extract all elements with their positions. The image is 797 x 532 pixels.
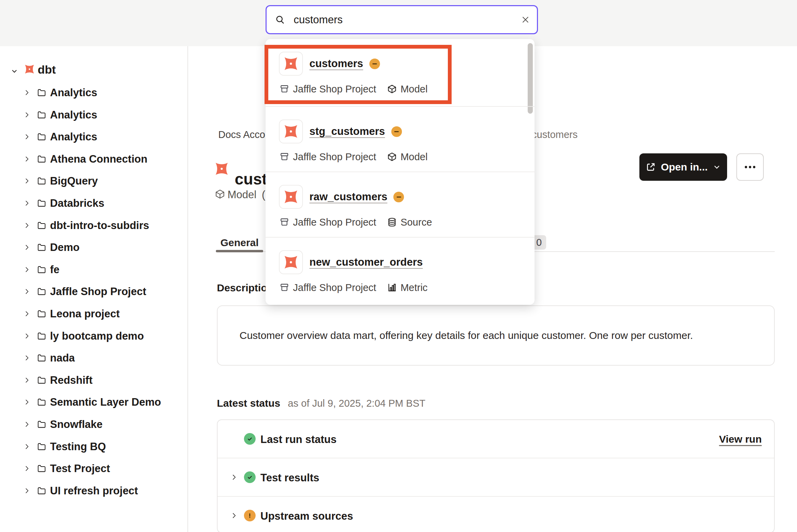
sidebar-item-athena-connection[interactable]: Athena Connection xyxy=(0,151,187,167)
chevron-right-icon[interactable] xyxy=(23,421,30,428)
chevron-right-icon[interactable] xyxy=(23,288,30,295)
folder-icon xyxy=(37,110,46,119)
global-search[interactable] xyxy=(266,5,538,34)
chevron-right-icon[interactable] xyxy=(23,200,30,207)
latest-status-timestamp: as of Jul 9, 2025, 2:04 PM BST xyxy=(288,398,425,409)
view-run-link[interactable]: View run xyxy=(719,433,762,445)
result-title-link[interactable]: new_customer_orders xyxy=(309,256,423,268)
chevron-right-icon[interactable] xyxy=(23,443,30,450)
search-result-customers[interactable]: customers−Jaffle Shop ProjectModel xyxy=(266,39,535,106)
model-cube-icon xyxy=(215,189,225,199)
folder-icon xyxy=(37,375,46,384)
folder-icon xyxy=(37,353,46,362)
open-in-button[interactable]: Open in... xyxy=(639,153,727,181)
sidebar-item-demo[interactable]: Demo xyxy=(0,239,187,255)
chevron-right-icon[interactable] xyxy=(23,310,30,317)
result-project: Jaffle Shop Project xyxy=(293,282,376,293)
stale-badge-icon: − xyxy=(393,192,404,202)
result-meta: Jaffle Shop ProjectMetric xyxy=(280,281,428,294)
result-title-link[interactable]: raw_customers xyxy=(309,191,387,203)
sidebar-item-analytics[interactable]: Analytics xyxy=(0,129,187,144)
external-link-icon xyxy=(645,162,656,173)
search-result-new_customer_orders[interactable]: new_customer_ordersJaffle Shop ProjectMe… xyxy=(266,237,535,305)
dbt-logo-icon xyxy=(24,64,35,75)
chevron-down-icon[interactable] xyxy=(10,67,19,75)
more-actions-button[interactable] xyxy=(736,153,764,181)
search-result-raw_customers[interactable]: raw_customers−Jaffle Shop ProjectSource xyxy=(266,172,535,237)
result-type: Source xyxy=(401,217,432,228)
sidebar-item-analytics[interactable]: Analytics xyxy=(0,85,187,100)
sidebar-item-ui-refresh-project[interactable]: UI refresh project xyxy=(0,483,187,498)
folder-icon xyxy=(37,265,46,274)
chevron-right-icon[interactable] xyxy=(23,222,30,229)
sidebar-item-semantic-layer-demo[interactable]: Semantic Layer Demo xyxy=(0,394,187,410)
status-card: Last run statusView runTest resultsUpstr… xyxy=(217,419,775,532)
chevron-right-icon[interactable] xyxy=(23,266,30,273)
stale-badge-icon: − xyxy=(369,59,380,69)
result-project: Jaffle Shop Project xyxy=(293,151,376,163)
success-check-icon xyxy=(244,471,256,483)
sidebar-item-label: Demo xyxy=(50,241,79,254)
breadcrumb[interactable]: Docs Acco xyxy=(218,129,265,140)
chevron-right-icon[interactable] xyxy=(23,111,30,118)
chevron-right-icon[interactable] xyxy=(230,512,238,519)
sidebar-item-analytics[interactable]: Analytics xyxy=(0,107,187,123)
open-in-label: Open in... xyxy=(661,161,708,173)
chevron-right-icon[interactable] xyxy=(23,155,30,163)
folder-icon xyxy=(37,154,46,163)
result-type: Model xyxy=(401,151,428,163)
sidebar-item-label: fe xyxy=(50,264,60,276)
status-row-label: Test results xyxy=(260,472,319,484)
sidebar-item-dbt-intro-to-subdirs[interactable]: dbt-intro-to-subdirs xyxy=(0,217,187,233)
folder-icon xyxy=(37,486,46,495)
sidebar-item-fe[interactable]: fe xyxy=(0,262,187,277)
sidebar-item-leona-project[interactable]: Leona project xyxy=(0,306,187,321)
status-row-last-run-status: Last run statusView run xyxy=(218,420,774,458)
sidebar-item-snowflake[interactable]: Snowflake xyxy=(0,416,187,432)
latest-status-heading: Latest status as of Jul 9, 2025, 2:04 PM… xyxy=(217,397,425,409)
result-title-link[interactable]: customers xyxy=(309,58,363,70)
sidebar-root-dbt[interactable]: dbt xyxy=(0,61,187,80)
sidebar-item-ly-bootcamp-demo[interactable]: ly bootcamp demo xyxy=(0,328,187,344)
project-icon xyxy=(280,84,289,94)
chevron-right-icon[interactable] xyxy=(23,332,30,340)
status-row-label: Last run status xyxy=(260,433,336,446)
sidebar-item-label: Testing BQ xyxy=(50,441,106,453)
status-row-test-results[interactable]: Test results xyxy=(218,458,774,496)
sidebar-item-label: Leona project xyxy=(50,308,120,320)
sidebar-item-test-project[interactable]: Test Project xyxy=(0,460,187,476)
search-input[interactable] xyxy=(293,13,521,26)
latest-status-title: Latest status xyxy=(217,397,280,409)
sidebar-item-testing-bq[interactable]: Testing BQ xyxy=(0,439,187,454)
result-type: Metric xyxy=(401,282,428,293)
chevron-right-icon[interactable] xyxy=(23,177,30,185)
chevron-right-icon[interactable] xyxy=(23,244,30,251)
result-title-link[interactable]: stg_customers xyxy=(309,125,385,138)
source-icon xyxy=(387,217,397,227)
chevron-right-icon[interactable] xyxy=(23,398,30,406)
chevron-right-icon[interactable] xyxy=(23,487,30,494)
sidebar-item-redshift[interactable]: Redshift xyxy=(0,372,187,388)
ellipsis-icon xyxy=(743,165,757,169)
tab-general[interactable]: General xyxy=(216,235,263,250)
sidebar-item-nada[interactable]: nada xyxy=(0,350,187,366)
sidebar-item-label: Analytics xyxy=(50,131,97,143)
folder-icon xyxy=(37,88,46,97)
sidebar-item-bigquery[interactable]: BigQuery xyxy=(0,173,187,189)
chevron-right-icon[interactable] xyxy=(23,133,30,140)
folder-icon xyxy=(37,397,46,406)
search-result-stg_customers[interactable]: stg_customers−Jaffle Shop ProjectModel xyxy=(266,106,535,172)
chevron-right-icon[interactable] xyxy=(23,465,30,472)
clear-search-icon[interactable] xyxy=(521,15,530,24)
chevron-right-icon[interactable] xyxy=(23,354,30,362)
project-icon xyxy=(280,283,289,292)
dbt-resource-icon xyxy=(214,161,229,176)
result-meta: Jaffle Shop ProjectSource xyxy=(280,215,432,229)
status-row-label: Upstream sources xyxy=(260,510,353,522)
status-row-upstream-sources[interactable]: Upstream sources xyxy=(218,496,774,532)
chevron-right-icon[interactable] xyxy=(23,89,30,96)
sidebar-item-jaffle-shop-project[interactable]: Jaffle Shop Project xyxy=(0,283,187,299)
chevron-right-icon[interactable] xyxy=(230,473,238,481)
sidebar-item-databricks[interactable]: Databricks xyxy=(0,195,187,211)
chevron-right-icon[interactable] xyxy=(23,377,30,384)
